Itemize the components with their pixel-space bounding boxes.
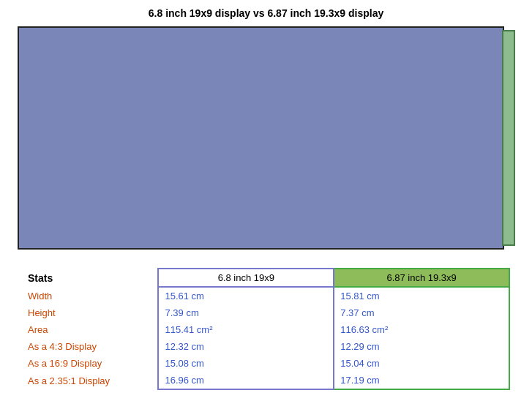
display-visual xyxy=(18,26,515,253)
table-row: As a 4:3 Display12.32 cm12.29 cm xyxy=(22,338,509,355)
row-d2: 17.19 cm xyxy=(334,372,509,389)
row-label: Height xyxy=(22,304,158,321)
row-d1: 15.08 cm xyxy=(158,355,334,372)
table-row: Width15.61 cm15.81 cm xyxy=(22,287,509,304)
stats-header: Stats xyxy=(22,269,158,287)
row-label: As a 16:9 Display xyxy=(22,355,158,372)
table-row: Height7.39 cm7.37 cm xyxy=(22,304,509,321)
row-d2: 116.63 cm² xyxy=(334,321,509,338)
row-d2: 15.04 cm xyxy=(334,355,509,372)
stats-section: Stats 6.8 inch 19x9 6.87 inch 19.3x9 Wid… xyxy=(15,268,517,390)
display2-header: 6.87 inch 19.3x9 xyxy=(334,269,509,287)
row-d1: 7.39 cm xyxy=(158,304,334,321)
row-label: As a 2.35:1 Display xyxy=(22,372,158,389)
row-d2: 15.81 cm xyxy=(334,287,509,304)
table-row: As a 2.35:1 Display16.96 cm17.19 cm xyxy=(22,372,509,389)
row-d1: 12.32 cm xyxy=(158,338,334,355)
display-rect-small xyxy=(502,30,515,246)
row-label: Width xyxy=(22,287,158,304)
row-d1: 15.61 cm xyxy=(158,287,334,304)
row-d2: 7.37 cm xyxy=(334,304,509,321)
display-rect-large xyxy=(18,26,504,250)
row-d2: 12.29 cm xyxy=(334,338,509,355)
table-row: As a 16:9 Display15.08 cm15.04 cm xyxy=(22,355,509,372)
stats-table: Stats 6.8 inch 19x9 6.87 inch 19.3x9 Wid… xyxy=(22,268,510,390)
row-d1: 115.41 cm² xyxy=(158,321,334,338)
display1-header: 6.8 inch 19x9 xyxy=(158,269,334,287)
row-label: As a 4:3 Display xyxy=(22,338,158,355)
row-d1: 16.96 cm xyxy=(158,372,334,389)
row-label: Area xyxy=(22,321,158,338)
page-title: 6.8 inch 19x9 display vs 6.87 inch 19.3x… xyxy=(15,7,517,19)
table-row: Area115.41 cm²116.63 cm² xyxy=(22,321,509,338)
